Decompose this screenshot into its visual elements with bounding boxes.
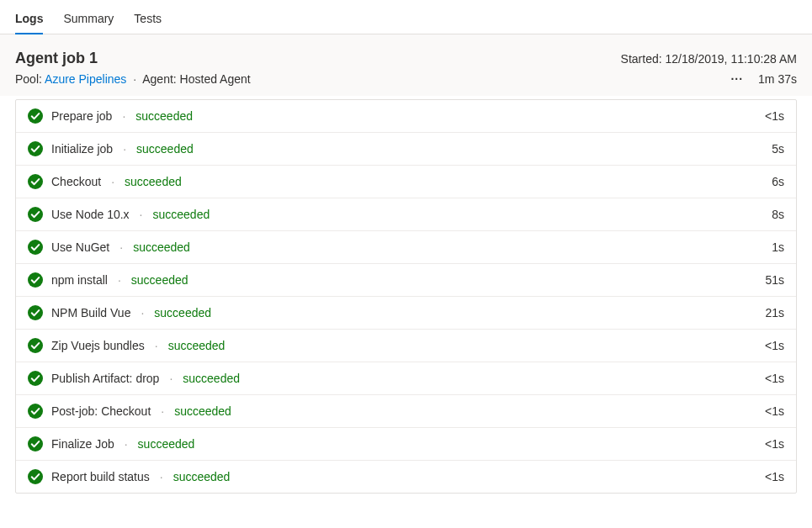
svg-point-0 <box>28 108 43 124</box>
started-value: 12/18/2019, 11:10:28 AM <box>666 52 797 66</box>
tab-logs[interactable]: Logs <box>15 7 43 34</box>
header-right-meta: ··· 1m 37s <box>730 72 797 86</box>
svg-point-9 <box>28 404 43 419</box>
step-status: succeeded <box>138 437 195 451</box>
step-name: Checkout <box>51 175 101 188</box>
step-row[interactable]: Post-job: Checkout·succeeded<1s <box>16 395 796 428</box>
separator-dot: · <box>119 240 123 254</box>
step-duration: 51s <box>765 273 784 287</box>
pool-agent-line: Pool: Azure Pipelines · Agent: Hosted Ag… <box>15 72 251 86</box>
step-name: Use Node 10.x <box>51 208 130 221</box>
status-success-icon <box>28 436 43 451</box>
separator-dot: · <box>141 306 144 319</box>
step-row[interactable]: Use NuGet·succeeded1s <box>16 231 796 264</box>
step-name: Prepare job <box>51 109 112 123</box>
step-row[interactable]: Prepare job·succeeded<1s <box>16 100 796 133</box>
step-name: Finalize Job <box>51 437 114 451</box>
job-title: Agent job 1 <box>15 50 98 67</box>
separator-dot: · <box>140 208 143 221</box>
started-label: Started: <box>621 52 662 66</box>
step-row[interactable]: Publish Artifact: drop·succeeded<1s <box>16 362 796 395</box>
job-duration: 1m 37s <box>758 72 797 86</box>
success-icon <box>28 305 43 320</box>
step-row[interactable]: npm install·succeeded51s <box>16 264 796 297</box>
separator-dot: · <box>161 404 164 418</box>
success-icon <box>28 371 43 386</box>
success-icon <box>28 174 43 189</box>
step-status: succeeded <box>154 306 211 319</box>
separator-dot: · <box>123 142 126 156</box>
pool-link[interactable]: Azure Pipelines <box>45 72 126 86</box>
separator-dot: · <box>118 273 121 287</box>
success-icon <box>28 207 43 222</box>
svg-point-5 <box>28 272 43 288</box>
step-row[interactable]: Finalize Job·succeeded<1s <box>16 428 796 461</box>
step-status: succeeded <box>174 404 231 418</box>
more-actions-button[interactable]: ··· <box>730 72 743 86</box>
job-header: Agent job 1 Started: 12/18/2019, 11:10:2… <box>0 34 812 96</box>
svg-point-7 <box>28 338 43 353</box>
step-name: Use NuGet <box>51 240 109 254</box>
tab-summary[interactable]: Summary <box>63 7 114 34</box>
step-status: succeeded <box>153 208 210 221</box>
step-name: Report build status <box>51 470 150 483</box>
agent-label: Agent: <box>142 72 176 86</box>
step-name: npm install <box>51 273 108 287</box>
step-row[interactable]: NPM Build Vue·succeeded21s <box>16 297 796 330</box>
status-success-icon <box>28 207 43 222</box>
status-success-icon <box>28 108 43 124</box>
svg-point-2 <box>28 174 43 189</box>
step-duration: 5s <box>772 142 784 156</box>
svg-point-1 <box>28 141 43 156</box>
step-duration: <1s <box>765 470 784 483</box>
separator-dot: · <box>122 109 125 123</box>
status-success-icon <box>28 404 43 419</box>
status-success-icon <box>28 371 43 386</box>
step-name: NPM Build Vue <box>51 306 130 319</box>
svg-point-8 <box>28 371 43 386</box>
svg-point-3 <box>28 207 43 222</box>
success-icon <box>28 436 43 451</box>
status-success-icon <box>28 272 43 288</box>
success-icon <box>28 404 43 419</box>
step-name: Publish Artifact: drop <box>51 372 159 385</box>
separator-dot: · <box>133 72 136 86</box>
separator-dot: · <box>155 339 158 352</box>
tab-tests[interactable]: Tests <box>134 7 162 34</box>
step-status: succeeded <box>125 175 182 188</box>
step-name: Zip Vuejs bundles <box>51 339 145 352</box>
svg-point-4 <box>28 240 43 255</box>
svg-point-10 <box>28 436 43 451</box>
step-row[interactable]: Initialize job·succeeded5s <box>16 133 796 166</box>
step-row[interactable]: Use Node 10.x·succeeded8s <box>16 198 796 231</box>
step-row[interactable]: Checkout·succeeded6s <box>16 166 796 198</box>
step-row[interactable]: Report build status·succeeded<1s <box>16 461 796 493</box>
step-status: succeeded <box>136 142 194 156</box>
success-icon <box>28 338 43 353</box>
svg-point-6 <box>28 305 43 320</box>
tabs-bar: LogsSummaryTests <box>0 0 812 34</box>
step-duration: 8s <box>772 208 784 221</box>
started-timestamp: Started: 12/18/2019, 11:10:28 AM <box>621 52 797 66</box>
steps-list: Prepare job·succeeded<1sInitialize job·s… <box>15 99 797 494</box>
step-status: succeeded <box>183 372 240 385</box>
step-duration: <1s <box>765 339 784 352</box>
step-row[interactable]: Zip Vuejs bundles·succeeded<1s <box>16 330 796 362</box>
separator-dot: · <box>111 175 114 188</box>
separator-dot: · <box>160 470 163 483</box>
step-duration: 6s <box>772 175 784 188</box>
pool-label: Pool: <box>15 72 42 86</box>
step-status: succeeded <box>135 109 193 123</box>
step-name: Post-job: Checkout <box>51 404 151 418</box>
status-success-icon <box>28 141 43 156</box>
step-duration: <1s <box>765 372 784 385</box>
step-duration: <1s <box>765 109 784 123</box>
step-duration: <1s <box>765 437 784 451</box>
step-duration: 21s <box>765 306 784 319</box>
svg-point-11 <box>28 469 43 484</box>
status-success-icon <box>28 469 43 484</box>
status-success-icon <box>28 338 43 353</box>
success-icon <box>28 240 43 255</box>
success-icon <box>28 272 43 288</box>
success-icon <box>28 141 43 156</box>
